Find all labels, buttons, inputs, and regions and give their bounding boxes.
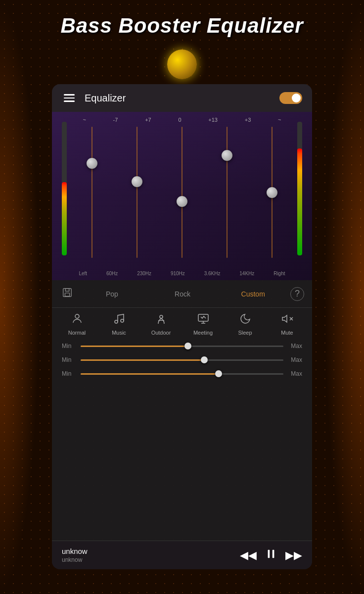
eq-track-60hz xyxy=(91,127,92,258)
help-button[interactable]: ? xyxy=(290,287,304,301)
freq-label-14khz: 14KHz xyxy=(239,271,254,276)
eq-track-910hz xyxy=(182,127,182,258)
svg-rect-10 xyxy=(268,550,270,558)
svg-point-5 xyxy=(121,319,124,322)
equalizer-toggle[interactable] xyxy=(279,92,302,104)
outdoor-icon xyxy=(155,313,167,328)
db-label-4: +13 xyxy=(208,117,218,123)
slider-row-3: Min Max xyxy=(62,370,302,377)
freq-label-left: Left xyxy=(79,271,87,276)
soundwave-left xyxy=(0,0,40,594)
eq-band-14khz[interactable] xyxy=(265,127,279,258)
eq-band-60hz[interactable] xyxy=(85,127,99,258)
mute-icon xyxy=(281,313,293,328)
mode-mute[interactable]: Mute xyxy=(273,313,302,336)
soundwave-right xyxy=(324,0,364,594)
slider1-min: Min xyxy=(62,343,76,349)
slider1-track[interactable] xyxy=(81,346,283,347)
eq-knob-910hz[interactable] xyxy=(177,196,187,207)
card-header: Equalizer xyxy=(52,84,312,112)
gold-sphere-decoration xyxy=(167,50,197,79)
mode-meeting-label: Meeting xyxy=(193,330,213,336)
vu-meter-right xyxy=(297,122,302,255)
db-label-6: ~ xyxy=(278,117,281,123)
mode-outdoor-label: Outdoor xyxy=(151,330,171,336)
eq-knob-230hz[interactable] xyxy=(132,176,142,187)
eq-sliders-container xyxy=(69,127,295,258)
svg-rect-7 xyxy=(198,314,208,321)
eq-track-230hz xyxy=(136,127,137,258)
sliders-section: Min Max Min Max Min Max xyxy=(52,338,312,382)
track-info: unknow unknow xyxy=(62,547,240,563)
track-artist: unknow xyxy=(62,556,240,563)
slider3-max: Max xyxy=(288,370,302,377)
sleep-icon xyxy=(239,313,251,328)
mode-meeting[interactable]: Meeting xyxy=(188,313,218,336)
preset-row: Pop Rock Custom ? xyxy=(52,280,312,308)
menu-button[interactable] xyxy=(62,92,77,104)
slider2-min: Min xyxy=(62,356,76,363)
svg-point-6 xyxy=(160,315,163,318)
mode-mute-label: Mute xyxy=(281,330,293,336)
vu-fill-left xyxy=(62,182,67,256)
mode-music[interactable]: Music xyxy=(104,313,134,336)
db-label-2: +7 xyxy=(145,117,151,123)
db-label-1: -7 xyxy=(113,117,118,123)
eq-section: ~ -7 +7 0 +13 +3 ~ xyxy=(52,112,312,280)
now-playing-bar: unknow unknow ◀◀ ▶▶ xyxy=(52,541,312,569)
slider1-thumb[interactable] xyxy=(184,343,191,349)
next-button[interactable]: ▶▶ xyxy=(285,550,302,561)
normal-icon xyxy=(71,313,83,328)
mode-sleep-label: Sleep xyxy=(238,330,252,336)
slider3-track[interactable] xyxy=(81,373,283,375)
db-labels: ~ -7 +7 0 +13 +3 ~ xyxy=(69,117,295,123)
svg-rect-1 xyxy=(65,289,69,292)
freq-label-230hz: 230Hz xyxy=(137,271,151,276)
freq-label-60hz: 60Hz xyxy=(106,271,118,276)
mode-normal-label: Normal xyxy=(68,330,86,336)
freq-labels: Left 60Hz 230Hz 910Hz 3.6KHz 14KHz Right xyxy=(69,271,295,276)
header-title: Equalizer xyxy=(85,93,279,104)
slider1-fill xyxy=(81,346,188,347)
vu-fill-right xyxy=(297,148,302,255)
db-label-5: +3 xyxy=(245,117,251,123)
db-label-3: 0 xyxy=(178,117,181,123)
mode-row: Normal Music Outdoor xyxy=(52,308,312,338)
freq-label-910hz: 910Hz xyxy=(171,271,185,276)
freq-label-3600hz: 3.6KHz xyxy=(204,271,221,276)
slider3-thumb[interactable] xyxy=(215,370,222,377)
app-title: Bass Booster Equalizer xyxy=(0,14,364,38)
vu-meter-left xyxy=(62,122,67,255)
preset-rock[interactable]: Rock xyxy=(149,290,216,298)
mode-sleep[interactable]: Sleep xyxy=(230,313,260,336)
eq-track-3600hz xyxy=(227,127,228,258)
svg-rect-2 xyxy=(65,293,69,296)
slider-row-2: Min Max xyxy=(62,356,302,363)
eq-knob-14khz[interactable] xyxy=(267,187,277,198)
mode-music-label: Music xyxy=(112,330,126,336)
eq-band-910hz[interactable] xyxy=(175,127,189,258)
eq-band-230hz[interactable] xyxy=(130,127,144,258)
eq-knob-60hz[interactable] xyxy=(87,158,97,169)
preset-pop[interactable]: Pop xyxy=(79,290,145,298)
preset-custom[interactable]: Custom xyxy=(220,290,286,298)
slider2-thumb[interactable] xyxy=(201,356,208,363)
svg-rect-11 xyxy=(273,550,274,558)
mode-outdoor[interactable]: Outdoor xyxy=(146,313,176,336)
freq-label-right: Right xyxy=(273,271,285,276)
svg-point-4 xyxy=(115,320,118,323)
track-title: unknow xyxy=(62,547,240,555)
eq-knob-3600hz[interactable] xyxy=(222,150,232,161)
player-controls: ◀◀ ▶▶ xyxy=(240,548,302,562)
slider1-max: Max xyxy=(288,343,302,349)
pause-button[interactable] xyxy=(266,548,276,562)
mode-normal[interactable]: Normal xyxy=(62,313,92,336)
svg-point-3 xyxy=(75,314,79,318)
prev-button[interactable]: ◀◀ xyxy=(240,550,257,561)
eq-band-3600hz[interactable] xyxy=(220,127,234,258)
music-icon xyxy=(113,313,125,328)
slider2-track[interactable] xyxy=(81,359,283,361)
db-label-0: ~ xyxy=(83,117,86,123)
save-preset-button[interactable] xyxy=(60,285,75,302)
slider2-max: Max xyxy=(288,356,302,363)
